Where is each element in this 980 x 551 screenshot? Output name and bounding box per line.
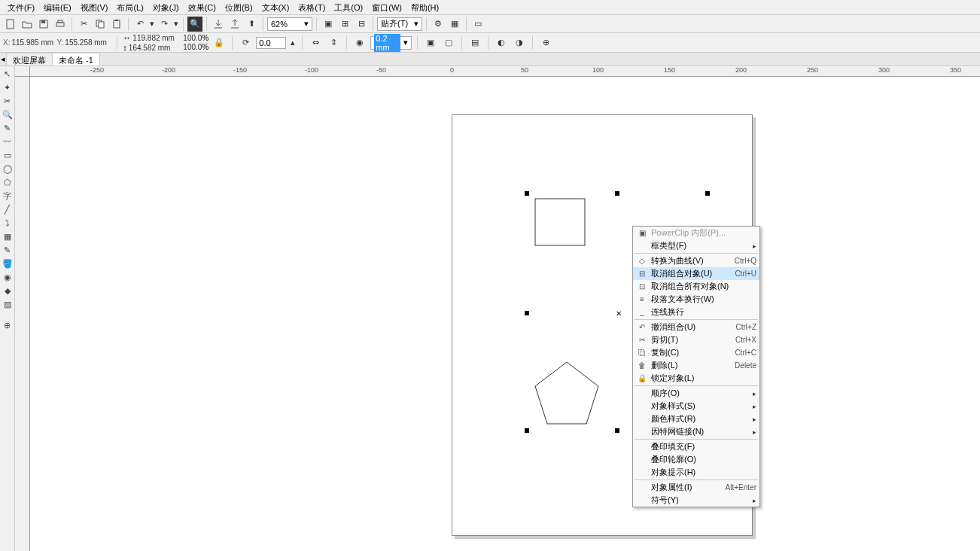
- ctx-item-9[interactable]: ↶撤消组合(U)Ctrl+Z: [633, 321, 759, 333]
- width-value[interactable]: 119.882 mm: [132, 34, 175, 42]
- rotation-spinner[interactable]: ▴: [289, 35, 297, 50]
- ctx-item-15[interactable]: 顺序(O)▸: [633, 387, 759, 400]
- ctx-item-11[interactable]: ⿻复制(C)Ctrl+C: [633, 346, 759, 359]
- fill-tool-icon[interactable]: 🪣: [2, 257, 14, 269]
- menu-help[interactable]: 帮助(H): [406, 0, 443, 14]
- ctx-item-12[interactable]: 🗑删除(L)Delete: [633, 359, 759, 372]
- menu-bitmap[interactable]: 位图(B): [221, 0, 257, 14]
- ctx-item-20[interactable]: 叠印填充(F): [633, 440, 759, 453]
- ctx-item-3[interactable]: ◇转换为曲线(V)Ctrl+Q: [633, 254, 759, 267]
- artistic-tool-icon[interactable]: 〰: [2, 135, 14, 148]
- mirror-v-icon[interactable]: ⇕: [326, 35, 341, 50]
- handle-tr[interactable]: [705, 191, 710, 196]
- layout-icon[interactable]: ▭: [470, 17, 485, 32]
- search-icon[interactable]: 🔍: [187, 17, 202, 32]
- center-marker[interactable]: ✕: [616, 309, 622, 318]
- convert-icon[interactable]: ◐: [494, 35, 509, 50]
- menu-tools[interactable]: 工具(O): [330, 0, 367, 14]
- menu-window[interactable]: 窗口(W): [367, 0, 406, 14]
- rotation-input[interactable]: [256, 37, 286, 49]
- handle-ml[interactable]: [525, 311, 529, 315]
- rectangle-tool-icon[interactable]: ▭: [2, 149, 14, 161]
- lock-ratio-icon[interactable]: 🔒: [212, 35, 227, 50]
- eyedropper-tool-icon[interactable]: ✎: [2, 244, 14, 256]
- ctx-item-6[interactable]: ≡段落文本换行(W): [633, 293, 759, 306]
- polygon-tool-icon[interactable]: ⬠: [2, 176, 14, 188]
- ctx-item-22[interactable]: 对象提示(H): [633, 466, 759, 479]
- ctx-item-21[interactable]: 叠印轮廓(O): [633, 453, 759, 466]
- add-icon[interactable]: ⊕: [538, 35, 553, 50]
- menu-text[interactable]: 文本(X): [257, 0, 294, 14]
- ctx-item-13[interactable]: 🔒锁定对象(L): [633, 372, 759, 385]
- mirror-h-icon[interactable]: ⇔: [308, 35, 323, 50]
- tab-welcome[interactable]: 欢迎屏幕: [6, 53, 53, 65]
- menu-object[interactable]: 对象(J): [148, 0, 184, 14]
- height-value[interactable]: 164.582 mm: [129, 44, 171, 52]
- zoom-dropdown[interactable]: 62%▾: [267, 17, 312, 31]
- rulers-icon[interactable]: ⊞: [337, 17, 352, 32]
- grid-icon[interactable]: ⊟: [354, 17, 369, 32]
- menu-edit[interactable]: 编辑(E): [39, 0, 76, 14]
- polygon-shape[interactable]: [532, 359, 601, 428]
- ctx-item-4[interactable]: ⊟取消组合对象(U)Ctrl+U: [633, 267, 759, 280]
- redo-icon[interactable]: ↷: [157, 17, 172, 32]
- ctx-item-1[interactable]: 框类型(F)▸: [633, 239, 759, 252]
- ctx-item-7[interactable]: ⎯连线换行: [633, 306, 759, 318]
- ruler-origin[interactable]: [15, 66, 30, 77]
- save-icon[interactable]: [36, 17, 51, 32]
- snap-dropdown[interactable]: 贴齐(T)▾: [377, 17, 422, 31]
- outline-width-dropdown[interactable]: 0.2 mm▾: [370, 36, 412, 50]
- front-icon[interactable]: ▣: [423, 35, 438, 50]
- ruler-vertical[interactable]: [15, 77, 30, 551]
- ctx-item-5[interactable]: ⊡取消组合所有对象(N): [633, 280, 759, 293]
- menu-effects[interactable]: 效果(C): [184, 0, 221, 14]
- crop-tool-icon[interactable]: ✂: [2, 95, 14, 107]
- ellipse-tool-icon[interactable]: ◯: [2, 163, 14, 175]
- handle-tl[interactable]: [525, 191, 529, 196]
- effects-tool-icon[interactable]: ▦: [2, 230, 14, 242]
- publish-icon[interactable]: ⬆: [244, 17, 259, 32]
- ctx-item-10[interactable]: ✂剪切(T)Ctrl+X: [633, 333, 759, 346]
- x-value[interactable]: 115.985 mm: [11, 38, 53, 47]
- handle-tm[interactable]: [615, 191, 619, 196]
- fullscreen-icon[interactable]: ▣: [321, 17, 336, 32]
- rectangle-shape[interactable]: [534, 198, 586, 246]
- interactive-fill-icon[interactable]: ◆: [2, 285, 14, 297]
- cut-icon[interactable]: ✂: [76, 17, 91, 32]
- redo-dropdown[interactable]: ▾: [173, 17, 179, 32]
- menu-file[interactable]: 文件(F): [3, 0, 39, 14]
- new-icon[interactable]: [3, 17, 18, 32]
- back-icon[interactable]: ▢: [441, 35, 456, 50]
- text-tool-icon[interactable]: 字: [2, 190, 14, 202]
- ruler-horizontal[interactable]: -250 -200 -150 -100 -50 0 50 100 150 200…: [30, 66, 980, 77]
- convert2-icon[interactable]: ◑: [512, 35, 527, 50]
- zoom-tool-icon[interactable]: 🔍: [2, 108, 14, 120]
- options-icon[interactable]: ⚙: [431, 17, 446, 32]
- import-icon[interactable]: [211, 17, 226, 32]
- scale-x[interactable]: 100.0: [181, 34, 202, 42]
- undo-dropdown[interactable]: ▾: [149, 17, 155, 32]
- y-value[interactable]: 155.258 mm: [65, 38, 107, 47]
- parallel-tool-icon[interactable]: ╱: [2, 203, 14, 215]
- outline-tool-icon[interactable]: ◉: [2, 271, 14, 283]
- handle-bm[interactable]: [615, 428, 619, 433]
- tab-doc1[interactable]: 未命名 -1: [52, 53, 100, 65]
- handle-bl[interactable]: [525, 428, 529, 433]
- menu-view[interactable]: 视图(V): [76, 0, 113, 14]
- menu-table[interactable]: 表格(T): [294, 0, 330, 14]
- ctx-item-24[interactable]: 对象属性(I)Alt+Enter: [633, 481, 759, 494]
- undo-icon[interactable]: ↶: [132, 17, 148, 32]
- ctx-item-17[interactable]: 颜色样式(R)▸: [633, 412, 759, 425]
- shape-tool-icon[interactable]: ✦: [2, 81, 14, 93]
- freehand-tool-icon[interactable]: ✎: [2, 122, 14, 134]
- app-launcher-icon[interactable]: ▦: [447, 17, 462, 32]
- tab-scroll-left[interactable]: ◂: [0, 53, 6, 65]
- wrap-icon[interactable]: ▤: [467, 35, 482, 50]
- pick-tool-icon[interactable]: ↖: [2, 68, 14, 80]
- copy-icon[interactable]: [93, 17, 108, 32]
- transparency-tool-icon[interactable]: ▨: [2, 298, 14, 310]
- export-icon[interactable]: [227, 17, 242, 32]
- print-icon[interactable]: [53, 17, 68, 32]
- ctx-item-18[interactable]: 因特网链接(N)▸: [633, 425, 759, 438]
- ctx-item-25[interactable]: 符号(Y)▸: [633, 494, 759, 507]
